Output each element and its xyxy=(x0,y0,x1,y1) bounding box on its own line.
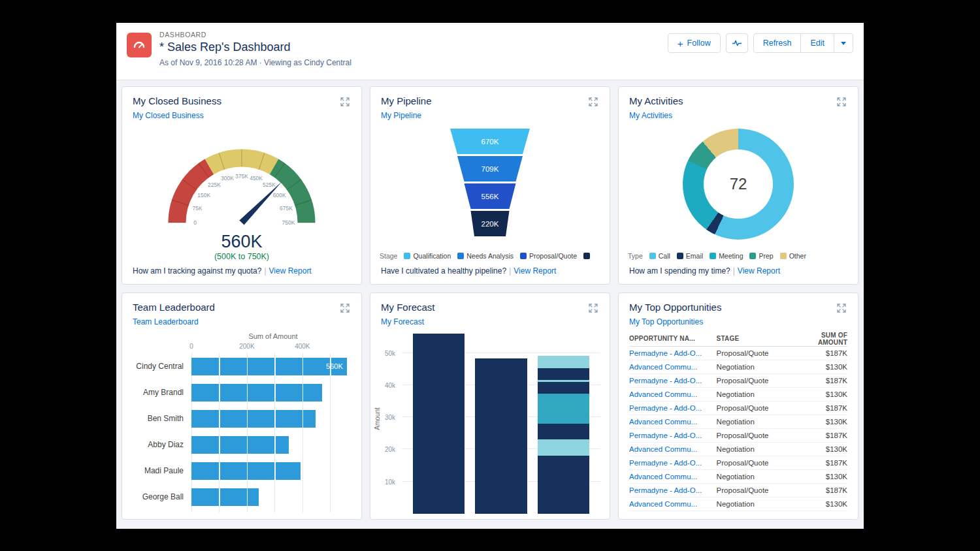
forecast-bar-segment[interactable] xyxy=(538,439,589,456)
leaderboard-bar[interactable] xyxy=(191,462,301,480)
legend-swatch xyxy=(710,253,716,259)
funnel-segment[interactable]: 220K xyxy=(450,211,530,236)
funnel-value-label: 220K xyxy=(482,220,499,228)
opportunity-link[interactable]: Permadyne - Add-O... xyxy=(629,459,717,467)
opportunity-link[interactable]: Advanced Commu... xyxy=(629,390,717,398)
column-header[interactable]: OPPORTUNITY NA... xyxy=(629,335,717,342)
legend-label: Needs Analysis xyxy=(466,252,514,260)
legend-item: Meeting xyxy=(710,252,743,260)
opportunity-link[interactable]: Permadyne - Add-O... xyxy=(629,349,717,357)
footer-separator: | xyxy=(733,266,735,276)
card-subtitle-link[interactable]: My Top Opportunities xyxy=(629,317,703,326)
column-header[interactable]: STAGE xyxy=(717,335,795,342)
forecast-bar-segment[interactable] xyxy=(538,456,589,514)
object-type-label: DASHBOARD xyxy=(159,31,351,39)
opportunity-link[interactable]: Advanced Commu... xyxy=(629,363,717,371)
donut-center-value: 72 xyxy=(730,175,747,193)
more-actions-button[interactable] xyxy=(834,33,853,53)
expand-icon[interactable] xyxy=(587,302,599,316)
subscribe-button[interactable] xyxy=(726,33,748,53)
amount-cell: $130K xyxy=(795,390,847,398)
opportunity-link[interactable]: Permadyne - Add-O... xyxy=(629,432,717,439)
stage-cell: Negotiation xyxy=(717,500,795,508)
view-report-link[interactable]: View Report xyxy=(738,266,780,276)
column-header[interactable]: SUM OF AMOUNT xyxy=(795,332,847,346)
leaderboard-bar[interactable] xyxy=(191,436,289,454)
gauge-value-label: 560K xyxy=(221,232,262,251)
leaderboard-row: Cindy Central560K xyxy=(126,353,355,379)
card-team-leaderboard: Team Leaderboard Team Leaderboard Sum of… xyxy=(122,292,362,520)
opportunity-link[interactable]: Advanced Commu... xyxy=(629,418,717,426)
dashboard-icon xyxy=(127,33,152,57)
stage-cell: Negotiation xyxy=(717,363,795,371)
forecast-plot xyxy=(402,334,600,514)
expand-icon[interactable] xyxy=(339,302,351,316)
legend-swatch xyxy=(457,253,464,259)
forecast-bar-segment[interactable] xyxy=(475,358,527,514)
forecast-bar-segment[interactable] xyxy=(538,394,589,424)
card-title: My Top Opportunities xyxy=(629,301,721,313)
opportunity-link[interactable]: Advanced Commu... xyxy=(629,473,717,480)
closed-business-gauge[interactable]: 075K150K225K300K375K450K525K600K675K750K… xyxy=(134,125,350,263)
legend-swatch xyxy=(749,253,756,259)
footer-separator: | xyxy=(264,266,266,276)
activities-donut[interactable]: 72 xyxy=(683,129,794,240)
forecast-bar-segment[interactable] xyxy=(538,368,589,380)
follow-button[interactable]: + Follow xyxy=(668,33,721,53)
leaderboard-bar[interactable]: 560K xyxy=(191,358,347,375)
refresh-button[interactable]: Refresh xyxy=(753,33,802,53)
leaderboard-name: Amy Brandl xyxy=(126,388,191,397)
forecast-bar-segment[interactable] xyxy=(538,356,589,369)
legend-label: Email xyxy=(686,252,703,260)
legend-label: Qualification xyxy=(413,252,451,260)
funnel-segment[interactable]: 709K xyxy=(450,156,530,181)
opportunity-link[interactable]: Permadyne - Add-O... xyxy=(629,486,717,494)
opportunity-link[interactable]: Permadyne - Add-O... xyxy=(629,404,717,412)
table-row: Advanced Commu...Negotiation$130K xyxy=(629,497,847,511)
legend-swatch xyxy=(677,253,683,259)
expand-icon[interactable] xyxy=(836,302,847,316)
amount-cell: $130K xyxy=(795,363,847,371)
table-row: Permadyne - Add-O...Proposal/Quote$187K xyxy=(629,401,847,415)
edit-button[interactable]: Edit xyxy=(800,33,834,53)
card-subtitle-link[interactable]: My Pipeline xyxy=(381,111,421,120)
card-subtitle-link[interactable]: Team Leaderboard xyxy=(133,317,199,326)
forecast-bar-segment[interactable] xyxy=(538,424,589,439)
svg-text:300K: 300K xyxy=(221,175,234,181)
leaderboard-name: Cindy Central xyxy=(126,362,191,371)
svg-text:600K: 600K xyxy=(273,192,286,198)
forecast-bar-segment[interactable] xyxy=(413,334,465,514)
funnel-segment[interactable]: 556K xyxy=(450,183,530,209)
expand-icon[interactable] xyxy=(587,96,599,110)
leaderboard-bar[interactable] xyxy=(191,410,316,428)
card-title: My Activities xyxy=(629,95,683,107)
view-report-link[interactable]: View Report xyxy=(514,266,556,276)
expand-icon[interactable] xyxy=(339,96,351,110)
card-my-activities: My Activities My Activities 72 TypeCallE… xyxy=(618,86,858,285)
y-axis-tick-label: 20k xyxy=(385,446,395,453)
forecast-bar-segment[interactable] xyxy=(538,382,589,393)
funnel-segment[interactable]: 670K xyxy=(450,129,530,154)
table-row: Advanced Commu...Negotiation$130K xyxy=(629,443,847,456)
card-subtitle-link[interactable]: My Activities xyxy=(629,111,672,120)
expand-icon[interactable] xyxy=(836,96,847,110)
card-subtitle-link[interactable]: My Forecast xyxy=(381,317,424,326)
table-row: Permadyne - Add-O...Proposal/Quote$187K xyxy=(629,456,847,470)
opportunity-link[interactable]: Advanced Commu... xyxy=(629,445,717,453)
opportunity-link[interactable]: Permadyne - Add-O... xyxy=(629,377,717,385)
card-title: Team Leaderboard xyxy=(133,301,215,313)
bar-track xyxy=(191,462,350,480)
leaderboard-name: George Ball xyxy=(126,492,191,501)
stage-cell: Negotiation xyxy=(717,473,795,480)
card-title: My Closed Business xyxy=(133,95,221,107)
opportunity-link[interactable]: Advanced Commu... xyxy=(629,500,717,508)
gauge-range-label: (500K to 750K) xyxy=(214,252,269,261)
svg-text:525K: 525K xyxy=(263,181,276,188)
amount-cell: $187K xyxy=(795,459,847,467)
page-title: * Sales Rep's Dashboard xyxy=(159,40,351,54)
view-report-link[interactable]: View Report xyxy=(269,266,312,276)
card-subtitle-link[interactable]: My Closed Business xyxy=(133,111,204,120)
legend-item: Email xyxy=(677,252,703,260)
leaderboard-bar[interactable] xyxy=(191,488,259,506)
leaderboard-bar[interactable] xyxy=(191,384,322,401)
